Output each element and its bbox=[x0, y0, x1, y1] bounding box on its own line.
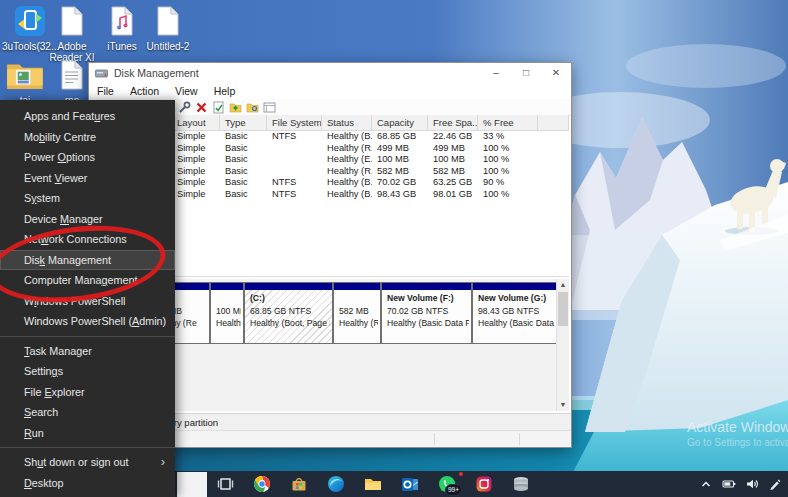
watermark-line1: Activate Windows bbox=[687, 419, 788, 435]
instagram-icon[interactable] bbox=[474, 474, 494, 494]
folder-tools-icon[interactable] bbox=[246, 101, 259, 114]
cell: Healthy (B... bbox=[322, 131, 372, 143]
minimize-button[interactable]: – bbox=[481, 63, 511, 83]
edge-icon[interactable] bbox=[326, 474, 346, 494]
cell: Simple bbox=[172, 154, 220, 166]
scrollbar-thumb[interactable] bbox=[558, 292, 568, 326]
statusbar-separator bbox=[519, 433, 520, 445]
wrench-icon[interactable] bbox=[178, 101, 191, 114]
cell: Healthy (R... bbox=[322, 143, 372, 155]
document-icon bbox=[156, 6, 180, 36]
titlebar[interactable]: Disk Management – □ ✕ bbox=[89, 63, 571, 83]
cell: Basic bbox=[220, 177, 267, 189]
cell: 98.01 GB bbox=[428, 189, 478, 201]
menu-view[interactable]: View bbox=[167, 85, 206, 97]
partition-block-new-volume-g[interactable]: New Volume (G:)98.43 GB NTFSHealthy (Bas… bbox=[472, 282, 568, 344]
menu-item-run[interactable]: Run bbox=[0, 423, 175, 444]
cell: Simple bbox=[172, 131, 220, 143]
menu-item-search[interactable]: Search bbox=[0, 402, 175, 423]
menu-item-label: Device Manager bbox=[24, 213, 103, 225]
menu-item-apps-and-features[interactable]: Apps and Features bbox=[0, 106, 175, 127]
document-icon bbox=[60, 6, 84, 36]
menu-item-label: Desktop bbox=[24, 477, 64, 489]
column-header-status[interactable]: Status bbox=[322, 115, 372, 130]
list-view-icon[interactable] bbox=[263, 101, 276, 114]
pen-icon[interactable] bbox=[768, 477, 782, 491]
taskbar-icons: 99+ bbox=[215, 474, 531, 494]
desktop-icon-untitled-2[interactable]: Untitled-2 bbox=[140, 6, 196, 52]
store-icon[interactable] bbox=[289, 474, 309, 494]
partition-color-bar bbox=[211, 283, 243, 290]
menu-item-windows-powershell-admin[interactable]: Windows PowerShell (Admin) bbox=[0, 311, 175, 332]
menu-item-settings[interactable]: Settings bbox=[0, 361, 175, 382]
menu-file[interactable]: File bbox=[89, 85, 122, 97]
whatsapp-icon[interactable]: 99+ bbox=[437, 474, 457, 494]
cell: Basic bbox=[220, 189, 267, 201]
column-header-empty[interactable] bbox=[538, 115, 569, 130]
cell: 100 % bbox=[478, 166, 538, 178]
column-header-capacity[interactable]: Capacity bbox=[372, 115, 428, 130]
maximize-button[interactable]: □ bbox=[511, 63, 541, 83]
menu-help[interactable]: Help bbox=[206, 85, 244, 97]
scroll-down-icon[interactable]: ▼ bbox=[557, 399, 569, 411]
close-button[interactable]: ✕ bbox=[541, 63, 571, 83]
delete-x-icon[interactable] bbox=[195, 101, 208, 114]
cell: 100 MB bbox=[428, 154, 478, 166]
menu-bar: FileActionViewHelp bbox=[89, 83, 571, 99]
cell: 70.02 GB bbox=[372, 177, 428, 189]
column-header-free-spa[interactable]: Free Spa... bbox=[428, 115, 478, 130]
task-view-icon[interactable] bbox=[215, 474, 235, 494]
column-header-file-system[interactable]: File System bbox=[267, 115, 322, 130]
cell: Simple bbox=[172, 143, 220, 155]
menu-item-label: Shut down or sign out bbox=[24, 456, 128, 468]
disk-drive-icon bbox=[95, 67, 108, 80]
cell: 33 % bbox=[478, 131, 538, 143]
menu-separator bbox=[0, 447, 175, 448]
folder-up-icon[interactable] bbox=[229, 101, 242, 114]
vertical-scrollbar[interactable]: ▲ ▼ bbox=[556, 279, 569, 411]
menu-action[interactable]: Action bbox=[122, 85, 167, 97]
menu-item-system[interactable]: System bbox=[0, 188, 175, 209]
partition-text: New Volume (F:)70.02 GB NTFSHealthy (Bas… bbox=[387, 292, 469, 330]
partition-color-bar bbox=[245, 283, 332, 290]
music-document-icon bbox=[110, 6, 134, 36]
cell: NTFS bbox=[267, 189, 322, 201]
statusbar-separator bbox=[434, 433, 435, 445]
column-header-layout[interactable]: Layout bbox=[172, 115, 220, 130]
menu-item-shut-down-or-sign-out[interactable]: Shut down or sign out› bbox=[0, 452, 175, 473]
partition-block-3[interactable]: 582 MBHealthy (Re bbox=[333, 282, 381, 344]
cell: 22.46 GB bbox=[428, 131, 478, 143]
column-header-type[interactable]: Type bbox=[220, 115, 267, 130]
menu-item-label: Run bbox=[24, 427, 44, 439]
menu-item-power-options[interactable]: Power Options bbox=[0, 147, 175, 168]
cell: 582 MB bbox=[428, 166, 478, 178]
system-tray bbox=[699, 477, 782, 491]
battery-icon[interactable] bbox=[722, 477, 736, 491]
chevron-up-icon[interactable] bbox=[699, 477, 713, 491]
partition-block-c[interactable]: (C:)68.85 GB NTFSHealthy (Boot, Page Fil bbox=[244, 282, 333, 344]
chrome-icon[interactable] bbox=[252, 474, 272, 494]
partition-block-new-volume-f[interactable]: New Volume (F:)70.02 GB NTFSHealthy (Bas… bbox=[381, 282, 472, 344]
outlook-icon[interactable] bbox=[400, 474, 420, 494]
file-explorer-icon[interactable] bbox=[363, 474, 383, 494]
desktop-icon-adobe-reader-xi[interactable]: Adobe Reader XI bbox=[44, 6, 100, 63]
partition-text: (C:)68.85 GB NTFSHealthy (Boot, Page Fil bbox=[250, 292, 330, 330]
taskbar-search-box[interactable] bbox=[177, 472, 207, 497]
speaker-icon[interactable] bbox=[745, 477, 759, 491]
cell: Basic bbox=[220, 143, 267, 155]
menu-item-label: Settings bbox=[24, 365, 63, 377]
menu-item-task-manager[interactable]: Task Manager bbox=[0, 341, 175, 362]
document-check-icon[interactable] bbox=[212, 101, 225, 114]
menu-item-file-explorer[interactable]: File Explorer bbox=[0, 382, 175, 403]
menu-item-mobility-centre[interactable]: Mobility Centre bbox=[0, 127, 175, 148]
partition-block-1[interactable]: 100 MBHealthy bbox=[210, 282, 244, 344]
column-header-free[interactable]: % Free bbox=[478, 115, 538, 130]
scroll-up-icon[interactable]: ▲ bbox=[557, 279, 569, 291]
menu-item-desktop[interactable]: Desktop bbox=[0, 473, 175, 494]
menu-item-event-viewer[interactable]: Event Viewer bbox=[0, 168, 175, 189]
partition-color-bar bbox=[382, 283, 471, 290]
cell: Healthy (E... bbox=[322, 154, 372, 166]
cell bbox=[538, 154, 569, 166]
menu-separator bbox=[0, 336, 175, 337]
disk-management-icon[interactable] bbox=[511, 474, 531, 494]
